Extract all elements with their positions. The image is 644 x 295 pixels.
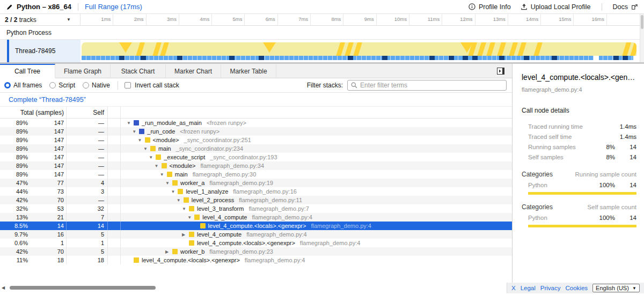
radio-native[interactable]: Native — [83, 82, 110, 89]
pencil-icon[interactable] — [6, 4, 13, 10]
expander-icon[interactable]: ▼ — [177, 198, 184, 203]
expander-icon[interactable]: ▼ — [182, 206, 189, 211]
call-tree-row[interactable]: 13%21 7 ▼ level_4_compute flamegraph_dem… — [0, 213, 512, 222]
call-tree-row[interactable]: 89%147 — ▼ _execute_script _sync_coordin… — [0, 153, 512, 161]
upload-profile-button[interactable]: Upload Local Profile — [521, 3, 591, 11]
call-tree-row[interactable]: 9.7%16 5 ▶ level_4_compute flamegraph_de… — [0, 230, 512, 239]
timeline-ruler[interactable]: 1ms2ms3ms4ms5ms6ms7ms8ms9ms10ms11ms12ms1… — [80, 14, 644, 25]
row-total-percent: 11% — [0, 257, 28, 263]
scrollbar-thumb[interactable] — [641, 15, 643, 29]
function-name: <module> — [170, 163, 196, 169]
radio-dot[interactable] — [83, 82, 89, 88]
row-self-samples: 1 — [67, 239, 108, 247]
row-spacer — [108, 153, 121, 161]
scroll-left-arrow-icon[interactable]: ◀ — [2, 285, 5, 290]
radio-all-frames[interactable]: All frames — [4, 82, 42, 89]
expander-icon[interactable]: ▼ — [138, 138, 145, 143]
thread-activity-track[interactable] — [80, 40, 644, 62]
time-tick: 16ms — [574, 14, 606, 25]
call-tree-row[interactable]: 89%147 — ▼ _run_code <frozen runpy> — [0, 127, 512, 136]
expander-icon[interactable]: ▼ — [132, 129, 139, 134]
language-select[interactable]: English (US) ▼ — [592, 284, 640, 292]
row-total-percent: 47% — [0, 180, 28, 186]
expander-icon[interactable]: ▼ — [187, 215, 194, 220]
footer-link-privacy[interactable]: Privacy — [540, 285, 561, 291]
profile-info-button[interactable]: Profile Info — [469, 3, 511, 11]
tab-call-tree[interactable]: Call Tree — [0, 64, 55, 78]
category-color-icon — [178, 189, 183, 194]
full-range-link[interactable]: Full Range (17ms) — [85, 3, 142, 11]
filter-stacks-input[interactable] — [360, 82, 503, 89]
footer-link-x[interactable]: X — [511, 285, 516, 291]
time-tick: 12ms — [442, 14, 475, 25]
thread-label[interactable]: Thread-78495 — [9, 40, 80, 62]
sample-block — [499, 56, 504, 60]
invert-call-stack-checkbox[interactable] — [125, 82, 131, 88]
column-self-header[interactable]: Self — [67, 107, 108, 118]
radio-dot[interactable] — [49, 82, 56, 88]
call-tree-row[interactable]: 42%70 5 ▶ worker_b flamegraph_demo.py:23 — [0, 247, 512, 256]
call-tree-row[interactable]: 0.6%1 1 level_4_compute.<locals>.<genexp… — [0, 239, 512, 247]
category-bar — [528, 192, 636, 195]
tab-stack-chart[interactable]: Stack Chart — [111, 64, 166, 78]
call-tree-row[interactable]: 89%147 — ▼ _run_module_as_main <frozen r… — [0, 119, 512, 127]
time-tick: 5ms — [212, 14, 245, 25]
expander-icon[interactable]: ▶ — [182, 232, 189, 237]
expander-icon[interactable]: ▼ — [160, 172, 167, 177]
call-tree-row[interactable]: 32%53 32 ▼ level_3_transform flamegraph_… — [0, 204, 512, 213]
row-total-percent: 8.5% — [0, 223, 28, 229]
search-icon — [351, 82, 357, 88]
function-file: flamegraph_demo.py:19 — [209, 180, 273, 186]
horizontal-scrollbar[interactable]: ◀ — [0, 283, 507, 293]
footer-link-legal[interactable]: Legal — [521, 285, 536, 291]
call-tree-row[interactable]: 42%70 — ▼ level_2_process flamegraph_dem… — [0, 196, 512, 204]
profile-title: Python – x86_64 — [6, 3, 71, 11]
row-total-percent: 13% — [0, 214, 28, 220]
category-color-icon — [189, 206, 194, 211]
function-file: flamegraph_demo.py:11 — [239, 197, 302, 203]
gc-marker-icon — [517, 42, 527, 56]
time-tick: 1ms — [80, 14, 113, 25]
expander-icon[interactable]: ▼ — [149, 155, 156, 160]
call-tree-row[interactable]: 89%147 — ▼ main _sync_coordinator.py:234 — [0, 144, 512, 153]
radio-dot[interactable] — [4, 82, 11, 88]
tab-flame-graph[interactable]: Flame Graph — [55, 64, 111, 78]
time-tick: 9ms — [343, 14, 376, 25]
category-color-icon — [189, 232, 194, 237]
radio-label: Native — [92, 82, 110, 89]
gc-marker-icon — [135, 42, 145, 56]
radio-script[interactable]: Script — [49, 82, 75, 89]
tab-marker-chart[interactable]: Marker Chart — [166, 64, 221, 78]
row-spacer — [108, 161, 121, 170]
call-tree-row[interactable]: 8.5%14 14 level_4_compute.<locals>.<gene… — [0, 222, 512, 230]
expander-icon[interactable]: ▼ — [127, 121, 134, 126]
gc-marker-icon — [508, 42, 518, 56]
row-total-percent: 0.6% — [0, 240, 28, 246]
row-spacer — [108, 247, 121, 256]
call-tree-row[interactable]: 47%77 4 ▼ worker_a flamegraph_demo.py:19 — [0, 179, 512, 187]
expander-icon[interactable]: ▼ — [171, 189, 178, 194]
call-tree-row[interactable]: 44%73 3 ▼ level_1_analyze flamegraph_dem… — [0, 187, 512, 196]
call-tree-row[interactable]: 89%147 — ▼ <module> flamegraph_demo.py:3… — [0, 161, 512, 170]
scrollbar-thumb[interactable] — [10, 286, 156, 290]
expander-icon[interactable]: ▼ — [143, 146, 150, 151]
call-tree-row[interactable]: 89%147 — ▼ main flamegraph_demo.py:30 — [0, 170, 512, 179]
breadcrumb-root-link[interactable]: Complete “Thread-78495” — [9, 96, 86, 104]
sample-block — [177, 56, 182, 60]
call-tree-row[interactable]: 11%18 18 level_4_compute.<locals>.<genex… — [0, 256, 512, 264]
metric-row: Traced running time1.4ms — [522, 121, 636, 131]
function-name: level_3_transform — [197, 205, 244, 212]
tracks-dropdown[interactable]: 2 / 2 tracks ▼ — [0, 14, 80, 25]
process-track-header[interactable]: Python Process — [0, 26, 644, 40]
footer-link-cookies[interactable]: Cookies — [566, 285, 588, 291]
expander-icon[interactable]: ▶ — [165, 249, 172, 254]
column-total-header[interactable]: Total (samples) — [0, 107, 67, 118]
expander-icon[interactable]: ▼ — [155, 164, 162, 168]
docs-link[interactable]: Docs — [613, 3, 638, 11]
expander-icon[interactable]: ▼ — [165, 181, 172, 186]
sidebar-toggle-button[interactable] — [497, 67, 504, 77]
call-tree-row[interactable]: 89%147 — ▼ <module> _sync_coordinator.py… — [0, 136, 512, 144]
tracks-vertical-scrollbar[interactable] — [640, 14, 644, 62]
function-file: flamegraph_demo.py:4 — [245, 257, 305, 263]
tab-marker-table[interactable]: Marker Table — [221, 64, 276, 78]
